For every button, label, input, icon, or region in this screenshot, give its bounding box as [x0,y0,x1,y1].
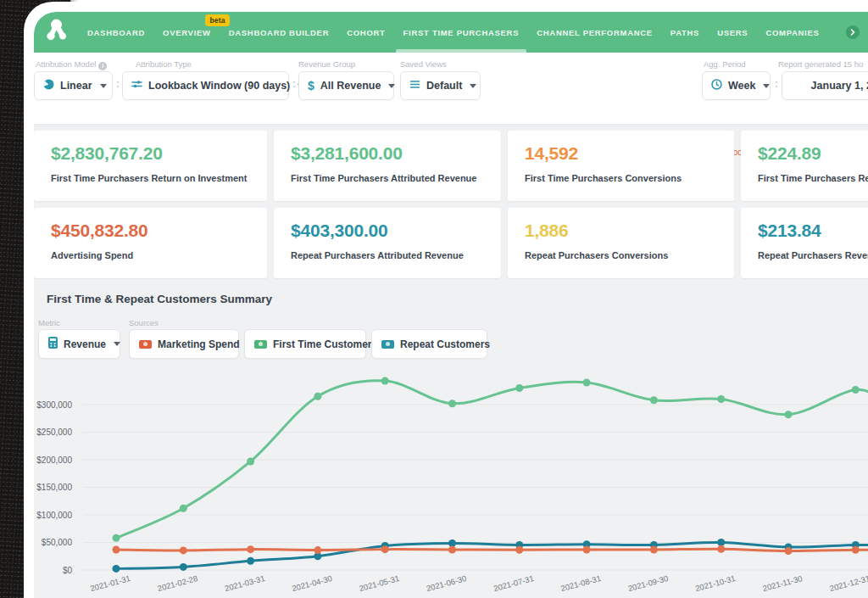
chart-point[interactable] [650,545,658,553]
main-content: $2,830,767.20 First Time Purchasers Retu… [34,125,868,598]
nav-item-dashboard[interactable]: DASHBOARD [87,12,145,53]
attribution-model-value: Linear [60,80,92,92]
chart-point[interactable] [717,395,725,403]
dollar-icon [308,79,314,92]
kpi-label: Advertising Spend [51,250,250,260]
x-axis-label: 2021-04-30 [291,573,333,593]
y-axis-label: $150,000 [36,483,72,492]
chart-point[interactable] [852,546,860,554]
chart-point[interactable] [247,557,254,565]
chart-point[interactable] [717,539,725,546]
kpi-value: 1,886 [525,221,717,241]
chart-point[interactable] [314,546,321,554]
chart-point[interactable] [113,565,120,573]
section-title: First Time & Repeat Customers Summary [47,293,272,305]
agg-period-dropdown[interactable]: Week [702,71,771,100]
nav-item-dashboard-builder[interactable]: DASHBOARD BUILDER [229,12,330,53]
nav-next-arrow-icon[interactable] [846,25,860,39]
y-axis-label: $50,000 [42,538,73,547]
saved-views-dropdown[interactable]: Default [400,71,481,100]
nav-item-channel-performance[interactable]: CHANNEL PERFORMANCE [537,12,653,53]
chart-point[interactable] [717,545,725,553]
x-axis-label: 2021-02-28 [156,573,198,593]
source-toggle-repeat-customers[interactable]: Repeat Customers [371,329,487,359]
kpi-value: $3,281,600.00 [291,143,484,164]
chart-point[interactable] [247,545,254,553]
chevron-down-icon [388,84,395,88]
y-axis-label: $300,000 [36,400,72,410]
chart-point[interactable] [381,377,389,385]
chart-point[interactable] [448,545,456,553]
attribution-model-dropdown[interactable]: Linear [34,71,113,100]
chart-point[interactable] [515,384,523,392]
attribution-type-dropdown[interactable]: Lookback Window (90 days) [122,71,289,100]
chart-point[interactable] [785,411,793,418]
kpi-card: $403,300.00 Repeat Purchasers Attributed… [274,208,501,278]
banknote-icon [139,340,152,349]
x-axis-label: 2021-10-31 [694,573,737,593]
chart-point[interactable] [314,393,321,400]
revenue-group-dropdown[interactable]: All Revenue [298,71,394,100]
chevron-down-icon [100,84,107,88]
chart-point[interactable] [852,386,860,394]
x-axis-label: 2021-06-30 [426,573,468,593]
chart-point[interactable] [583,379,591,387]
chart-point[interactable] [180,546,187,554]
chevron-down-icon [114,342,120,346]
app-logo-icon [44,18,70,47]
x-axis-label: 2021-05-31 [358,573,400,593]
kpi-card: $213.84 Repeat Purchasers Revenu [741,208,868,278]
nav-item-users[interactable]: USERS [717,12,748,53]
kpi-value: $213.84 [758,221,868,241]
filter-separator [292,78,296,90]
app-window: DASHBOARD OVERVIEW beta DASHBOARD BUILDE… [34,12,868,598]
kpi-label: Repeat Purchasers Revenu [758,250,868,260]
source-toggle-label: First Time Customers [273,338,377,350]
kpi-label: First Time Purchasers Reve [758,173,868,183]
x-axis-label: 2021-12-31 [828,573,868,593]
saved-views-label: Saved Views [400,59,447,69]
source-toggle-marketing-spend[interactable]: Marketing Spend [129,329,239,359]
nav-item-cohort[interactable]: COHORT [347,12,385,53]
top-nav: DASHBOARD OVERVIEW beta DASHBOARD BUILDE… [34,12,868,53]
chart-point[interactable] [113,534,120,542]
kpi-value: $450,832.80 [51,221,250,241]
metric-dropdown[interactable]: Revenue [38,329,120,359]
chart-point[interactable] [113,545,120,553]
kpi-value: $224.89 [758,143,868,164]
chart-point[interactable] [583,545,591,553]
metric-value: Revenue [64,338,106,350]
y-axis-label: $250,000 [36,428,72,437]
chart-line-repeat-customers [116,542,868,568]
lookback-tune-icon [131,79,142,92]
pie-chart-icon [43,79,54,92]
source-toggle-first-time-customers[interactable]: First Time Customers [244,329,366,359]
chart-point[interactable] [448,400,456,407]
nav-item-first-time-purchasers[interactable]: FIRST TIME PURCHASERS [403,12,520,53]
revenue-group-label: Revenue Group [298,59,355,69]
info-icon[interactable] [98,62,107,70]
chart-point[interactable] [785,547,793,555]
chart-point[interactable] [180,563,187,571]
kpi-card: $450,832.80 Advertising Spend [34,208,267,278]
kpi-label: First Time Purchasers Conversions [525,173,717,183]
date-range-input[interactable]: January 1, 2021 - [782,71,868,100]
chart-point[interactable] [381,545,389,553]
summary-chart: $0$50,000$100,000$150,000$200,000$250,00… [34,369,868,598]
nav-item-paths[interactable]: PATHS [670,12,699,53]
revenue-group-value: All Revenue [320,80,381,92]
chart-point[interactable] [180,505,187,512]
calculator-icon [48,337,58,351]
nav-item-overview[interactable]: OVERVIEW beta [163,12,211,53]
kpi-card: $2,830,767.20 First Time Purchasers Retu… [34,131,267,201]
banknote-icon [381,340,394,349]
kpi-value: $403,300.00 [291,221,484,241]
chart-point[interactable] [515,546,523,554]
nav-item-companies[interactable]: COMPANIES [765,12,819,53]
kpi-label: Repeat Purchasers Conversions [525,250,717,260]
x-axis-label: 2021-09-30 [627,573,670,593]
clock-icon [711,79,722,92]
chart-point[interactable] [650,396,658,404]
x-axis-label: 2021-07-31 [492,573,535,593]
chart-point[interactable] [247,457,254,465]
